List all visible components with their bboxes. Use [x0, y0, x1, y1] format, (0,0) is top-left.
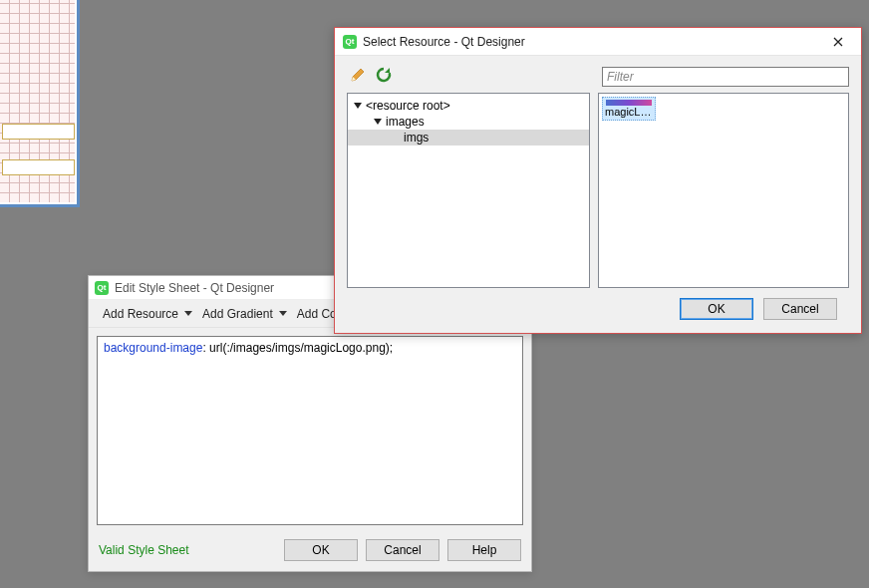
ok-button[interactable]: OK	[680, 298, 753, 320]
qt-icon: Qt	[95, 281, 109, 295]
chevron-down-icon	[279, 311, 287, 316]
cancel-button[interactable]: Cancel	[763, 298, 837, 320]
help-button[interactable]: Help	[447, 539, 521, 561]
close-button[interactable]	[823, 31, 853, 53]
widget-placeholder	[2, 159, 75, 175]
tree-label: images	[386, 115, 425, 129]
menu-label: Add Gradient	[202, 307, 273, 321]
cancel-button[interactable]: Cancel	[366, 539, 439, 561]
add-resource-menu[interactable]: Add Resource	[99, 304, 196, 324]
expand-icon	[374, 119, 382, 125]
css-value: : url(:/images/imgs/magicLogo.png);	[202, 341, 393, 355]
thumbnail-label: magicLo...	[605, 106, 653, 118]
resource-tree[interactable]: <resource root> images imgs	[347, 93, 590, 288]
widget-placeholder	[2, 124, 75, 140]
resource-preview-pane[interactable]: magicLo...	[598, 93, 849, 288]
ok-button[interactable]: OK	[284, 539, 358, 561]
window-title: Edit Style Sheet - Qt Designer	[115, 281, 274, 295]
menu-label: Add Resource	[103, 307, 178, 321]
window-title: Select Resource - Qt Designer	[363, 35, 823, 49]
css-property: background-image	[104, 341, 202, 355]
tree-label: <resource root>	[366, 99, 450, 113]
tree-label: imgs	[404, 131, 429, 145]
stylesheet-editor[interactable]: background-image: url(:/images/imgs/magi…	[97, 336, 523, 525]
validation-status: Valid Style Sheet	[99, 543, 276, 557]
select-resource-dialog: Qt Select Resource - Qt Designer <r	[334, 27, 862, 334]
designer-canvas-fragment	[0, 0, 80, 207]
reload-icon[interactable]	[375, 66, 393, 87]
tree-row-images[interactable]: images	[348, 114, 589, 130]
tree-row-root[interactable]: <resource root>	[348, 98, 589, 114]
tree-row-imgs[interactable]: imgs	[348, 130, 589, 146]
expand-icon	[354, 103, 362, 109]
add-gradient-menu[interactable]: Add Gradient	[198, 304, 291, 324]
chevron-down-icon	[184, 311, 192, 316]
filter-input[interactable]	[602, 67, 849, 87]
titlebar[interactable]: Qt Select Resource - Qt Designer	[335, 28, 861, 56]
qt-icon: Qt	[343, 35, 357, 49]
edit-icon[interactable]	[349, 66, 367, 87]
resource-thumbnail[interactable]: magicLo...	[602, 97, 656, 121]
